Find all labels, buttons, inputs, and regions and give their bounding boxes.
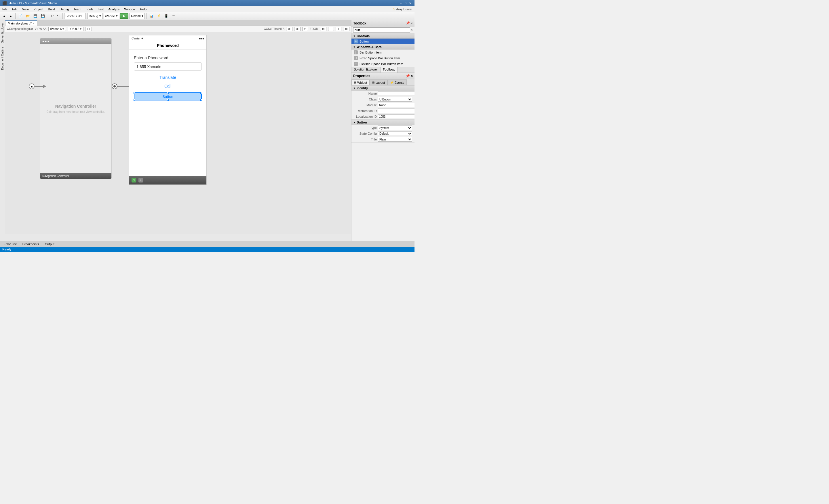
constraints-btn1[interactable]: ⊕ [286, 27, 292, 31]
toolbox-pin-btn[interactable]: 📌 [406, 21, 410, 25]
zoom-fit-btn[interactable]: ⊠ [320, 27, 326, 31]
back-btn[interactable]: ◄ [1, 13, 7, 19]
toolbox-close-btn[interactable]: × [411, 22, 413, 25]
events-tab[interactable]: ⚡ Events [388, 79, 407, 85]
widget-tab[interactable]: ⊞ Widget [352, 79, 370, 85]
menu-analyze[interactable]: Analyze [106, 7, 122, 11]
identity-section-header[interactable]: ▼ Identity [352, 85, 414, 91]
identity-section: ▼ Identity Name Class UIButton Module [352, 85, 414, 120]
zoom-out-btn[interactable]: − [328, 27, 334, 31]
menu-project[interactable]: Project [31, 7, 45, 11]
name-input[interactable] [378, 91, 414, 96]
toolbox-controls-section: ▼ Controls B Button [352, 33, 414, 44]
toolbox-item-flexible-space[interactable]: ⊢ Flexible Space Bar Button Item [352, 61, 414, 67]
controls-section-header[interactable]: ▼ Controls [352, 33, 414, 39]
run-btn[interactable]: ▶ [120, 13, 129, 19]
toolbox-item-fixed-space[interactable]: ⊣ Fixed Space Bar Button Item [352, 55, 414, 61]
close-tab-btn[interactable]: × [33, 22, 35, 25]
button-element[interactable]: Button [134, 93, 202, 101]
title-select[interactable]: Plain [378, 137, 412, 142]
android-btn[interactable]: 📱 [163, 13, 170, 19]
module-input[interactable] [378, 103, 414, 107]
output-tab[interactable]: Output [42, 242, 57, 247]
document-outline-tab[interactable]: Document Outline [0, 45, 5, 72]
navigation-controller[interactable]: ■ ■ ■ Navigation Controller Ctrl+drag fr… [40, 38, 112, 179]
menu-help[interactable]: Help [138, 7, 149, 11]
toolbox-search-input[interactable] [353, 27, 410, 33]
restore-btn[interactable]: □ [403, 1, 407, 5]
iphone-device-picker[interactable]: iPhone 6 ▾ [48, 27, 66, 31]
save-btn[interactable]: 💾 [32, 13, 39, 19]
toolbox-tab[interactable]: Toolbox [381, 67, 398, 73]
menu-debug[interactable]: Debug [57, 7, 71, 11]
button-section: ▼ Button Type System State Config Defaul… [352, 120, 414, 142]
menu-team[interactable]: Team [71, 7, 84, 11]
bar-btn-icon: | [354, 50, 358, 55]
call-btn[interactable]: Call [134, 84, 202, 88]
translate-btn[interactable]: Translate [134, 75, 202, 80]
search-clear-btn[interactable]: × [411, 28, 413, 32]
redo-btn[interactable]: ↪ [56, 13, 61, 19]
menu-file[interactable]: File [0, 7, 10, 11]
device-dropdown[interactable]: Device ▾ [130, 13, 145, 19]
diagnostics-btn[interactable]: 📊 [148, 13, 155, 19]
open-btn[interactable]: 📂 [25, 13, 31, 19]
button-section-label: Button [357, 120, 367, 124]
user-label: ⚠ Amy Burns [390, 7, 414, 11]
nav-controller-footer: Navigation Controller [40, 173, 111, 179]
layout-tab[interactable]: ⊟ Layout [370, 79, 388, 85]
menu-test[interactable]: Test [96, 7, 106, 11]
error-list-tab[interactable]: Error List [1, 242, 19, 247]
new-project-btn[interactable]: 📄 [17, 13, 24, 19]
fixed-space-icon: ⊣ [354, 56, 358, 60]
zoom-screen-btn[interactable]: ⊞ [343, 27, 350, 31]
close-btn[interactable]: ✕ [408, 1, 412, 5]
server-explorer-tab[interactable]: Server Explorer [0, 21, 5, 45]
menu-build[interactable]: Build [46, 7, 57, 11]
forward-btn[interactable]: ► [8, 13, 14, 19]
orientation-toggle[interactable]: ☐ [85, 27, 92, 31]
class-row: Class UIButton [352, 97, 414, 102]
toolbox-item-bar-button[interactable]: | Bar Button Item [352, 49, 414, 55]
module-row: Module [352, 102, 414, 108]
title-bar: ⬛ Hello.iOS - Microsoft Visual Studio − … [0, 0, 414, 6]
breakpoints-tab[interactable]: Breakpoints [20, 242, 42, 247]
debug-config-dropdown[interactable]: Debug ▾ [87, 13, 103, 19]
ios-version-picker[interactable]: iOS 9.2 ▾ [68, 27, 83, 31]
batch-build-dropdown[interactable]: Batch Build... [64, 13, 86, 19]
flex-space-icon: ⊢ [354, 62, 358, 66]
main-toolbar: ◄ ► 📄 📂 💾 💾 ↩ ↪ Batch Build... Debug ▾ i… [0, 12, 414, 20]
title-row: Title Plain [352, 137, 414, 142]
canvas-area[interactable]: ■ ■ ■ Navigation Controller Ctrl+drag fr… [5, 32, 351, 241]
perf-btn[interactable]: ⚡ [155, 13, 163, 19]
props-pin-btn[interactable]: 📌 [405, 74, 410, 78]
document-tabs: Main.storyboard* × [5, 20, 351, 26]
state-config-select[interactable]: Default [378, 131, 412, 136]
solution-explorer-tab[interactable]: Solution Explorer [352, 67, 381, 73]
phoneword-input[interactable] [134, 63, 202, 71]
name-row: Name [352, 91, 414, 97]
constraints-btn2[interactable]: ⊕ [294, 27, 300, 31]
main-storyboard-tab[interactable]: Main.storyboard* × [5, 21, 37, 26]
localization-input[interactable] [378, 114, 414, 119]
device-config-dropdown[interactable]: iPhone ▾ [104, 13, 119, 19]
button-section-header[interactable]: ▼ Button [352, 120, 414, 125]
menu-tools[interactable]: Tools [83, 7, 96, 11]
class-select[interactable]: UIButton [378, 97, 412, 102]
menu-view[interactable]: View [20, 7, 31, 11]
main-layout: Server Explorer Document Outline Main.st… [0, 20, 414, 241]
menu-window[interactable]: Window [122, 7, 138, 11]
type-select[interactable]: System [378, 125, 412, 130]
windows-section-header[interactable]: ▼ Windows & Bars [352, 44, 414, 49]
restoration-input[interactable] [378, 109, 414, 113]
more-btn[interactable]: ⋯ [170, 13, 176, 19]
props-close-btn[interactable]: × [411, 74, 413, 78]
save-all-btn[interactable]: 💾 [39, 13, 46, 19]
undo-btn[interactable]: ↩ [49, 13, 55, 19]
constraints-btn3[interactable]: □ [302, 27, 308, 31]
view-controller[interactable]: Carrier ✦ ■■■ Phoneword Enter a Phonewor… [129, 35, 207, 185]
menu-edit[interactable]: Edit [10, 7, 20, 11]
minimize-btn[interactable]: − [399, 1, 403, 5]
toolbox-item-button[interactable]: B Button [352, 39, 414, 44]
zoom-in-btn[interactable]: + [336, 27, 341, 31]
